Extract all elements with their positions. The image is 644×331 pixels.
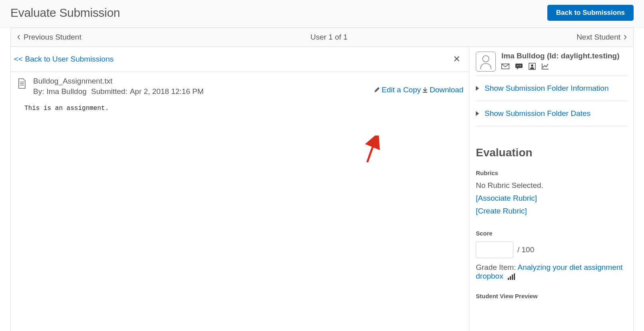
grade-item-label: Grade Item: bbox=[476, 263, 516, 271]
svg-point-10 bbox=[531, 64, 533, 67]
user-name: Ima Bulldog (Id: daylight.testing) bbox=[501, 52, 628, 60]
file-name: Bulldog_Assignment.txt bbox=[33, 77, 374, 86]
associate-rubric-link[interactable]: [Associate Rubric] bbox=[476, 194, 628, 203]
file-document-icon bbox=[18, 78, 26, 89]
score-max: / 100 bbox=[517, 245, 534, 254]
download-link[interactable]: Download bbox=[422, 86, 464, 94]
submitted-label: Submitted: bbox=[91, 87, 127, 96]
email-icon[interactable] bbox=[501, 64, 509, 69]
progress-chart-icon[interactable] bbox=[541, 63, 549, 70]
download-icon bbox=[422, 87, 428, 93]
rubrics-label: Rubrics bbox=[476, 169, 628, 176]
download-label: Download bbox=[430, 86, 464, 94]
next-student-label: Next Student bbox=[576, 33, 620, 42]
evaluation-heading: Evaluation bbox=[476, 126, 628, 169]
page-title: Evaluate Submission bbox=[10, 6, 120, 20]
show-folder-info-toggle[interactable]: Show Submission Folder Information bbox=[476, 76, 628, 101]
student-nav-bar: Previous Student User 1 of 1 Next Studen… bbox=[10, 28, 634, 47]
score-label: Score bbox=[476, 230, 628, 237]
submitted-date: Apr 2, 2018 12:16 PM bbox=[130, 87, 204, 96]
svg-point-7 bbox=[519, 65, 519, 66]
svg-point-6 bbox=[517, 65, 518, 66]
bar-chart-icon[interactable] bbox=[508, 273, 515, 280]
user-counter: User 1 of 1 bbox=[310, 33, 348, 42]
back-to-submissions-button[interactable]: Back to Submissions bbox=[547, 5, 634, 21]
previous-student-button[interactable]: Previous Student bbox=[16, 33, 81, 42]
chevron-left-icon bbox=[16, 35, 21, 40]
show-folder-dates-toggle[interactable]: Show Submission Folder Dates bbox=[476, 101, 628, 126]
edit-a-copy-label: Edit a Copy bbox=[382, 86, 421, 94]
svg-point-3 bbox=[483, 56, 489, 62]
score-input[interactable] bbox=[476, 241, 513, 258]
close-icon[interactable]: ✕ bbox=[450, 52, 463, 66]
next-student-button[interactable]: Next Student bbox=[576, 33, 628, 42]
svg-point-8 bbox=[520, 65, 521, 66]
avatar bbox=[476, 52, 496, 72]
submitter-name: Ima Bulldog bbox=[46, 87, 86, 96]
student-view-preview-label: Student View Preview bbox=[476, 293, 628, 299]
person-icon bbox=[479, 54, 493, 69]
show-folder-dates-label: Show Submission Folder Dates bbox=[485, 109, 590, 118]
triangle-right-icon bbox=[476, 86, 479, 91]
previous-student-label: Previous Student bbox=[24, 33, 81, 42]
profile-card-icon[interactable] bbox=[529, 63, 536, 70]
by-label: By: bbox=[33, 87, 44, 96]
show-folder-info-label: Show Submission Folder Information bbox=[485, 84, 608, 93]
no-rubric-text: No Rubric Selected. bbox=[476, 181, 628, 190]
edit-a-copy-link[interactable]: Edit a Copy bbox=[374, 86, 421, 94]
chat-icon[interactable] bbox=[515, 63, 523, 70]
pencil-icon bbox=[374, 87, 380, 93]
file-preview-content: This is an assignment. bbox=[11, 102, 469, 115]
chevron-right-icon bbox=[623, 35, 628, 40]
create-rubric-link[interactable]: [Create Rubric] bbox=[476, 207, 628, 215]
annotation-arrow bbox=[364, 136, 384, 164]
triangle-right-icon bbox=[476, 111, 479, 116]
back-to-user-submissions-link[interactable]: << Back to User Submissions bbox=[14, 55, 113, 64]
